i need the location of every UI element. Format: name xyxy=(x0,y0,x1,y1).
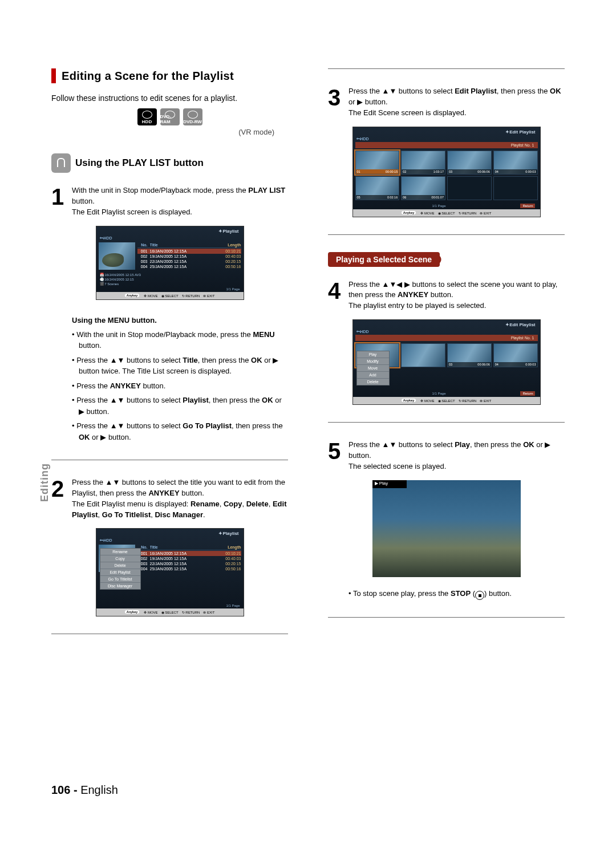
t: 03 xyxy=(449,363,452,366)
menu-item: Disc Manager xyxy=(100,582,140,589)
t: 0:02:16 xyxy=(387,196,398,199)
t: Return xyxy=(520,204,535,208)
t: 00:06:06 xyxy=(477,170,489,173)
t: 16/JAN/2005 12:15A xyxy=(150,551,220,555)
step-number: 4 xyxy=(328,279,348,312)
menu-item: Rename xyxy=(100,549,140,555)
t: , then press the xyxy=(497,87,550,95)
t: OK xyxy=(550,87,561,95)
t: Press the xyxy=(76,382,110,390)
t: SELECT xyxy=(441,399,455,403)
t: RETURN xyxy=(462,399,476,403)
t: Delete xyxy=(246,500,269,508)
t: 25/JAN/2005 12:15A xyxy=(150,567,220,571)
t: Disc Manager xyxy=(155,510,203,519)
t: Press the ▲▼ buttons to select xyxy=(348,87,455,95)
menu-item: Modify xyxy=(357,358,389,364)
t: 004 xyxy=(137,265,148,269)
hdd-icon: HDD xyxy=(137,108,157,125)
t: or ▶ button. xyxy=(348,98,388,106)
t: Return xyxy=(520,391,535,396)
osd-footer: Anykey ✥ MOVE ◉ SELECT ↻ RETURN ⊗ EXIT xyxy=(353,209,540,217)
t: 1/1 Page xyxy=(432,392,445,395)
thumbnail-icon xyxy=(99,242,135,270)
t: , then press the xyxy=(470,440,523,449)
t: button. xyxy=(180,489,204,497)
t: Edit Playlist xyxy=(455,87,497,95)
t: OK xyxy=(79,433,90,441)
media-icon-row: HDD DVD-RAM DVD-RW xyxy=(51,108,288,125)
t: EXIT xyxy=(484,399,491,403)
t: With the unit in Stop mode/Playback mode… xyxy=(76,330,253,339)
osd-title: Playlist xyxy=(222,229,238,234)
t: 19/JAN/2005 12:15A xyxy=(150,254,220,258)
osd-edit-playlist-list: ✦ Playlist ⮪ HDD No.TitleLength 00116/JA… xyxy=(96,226,244,300)
t: Anykey xyxy=(402,399,416,402)
t: No. xyxy=(137,243,148,247)
step-number: 2 xyxy=(51,477,72,520)
t: 1:03:17 xyxy=(433,170,444,173)
t: 00:50:16 xyxy=(222,567,241,571)
t: , then press the xyxy=(232,421,283,430)
red-accent-bar xyxy=(51,68,56,83)
t: 04 xyxy=(495,363,499,366)
t: Anykey xyxy=(125,610,140,614)
t: To stop scene play, press the xyxy=(353,589,451,598)
dvd-rw-icon: DVD-RW xyxy=(183,108,202,125)
t: 00:01:07 xyxy=(432,196,444,199)
menu-item: Move xyxy=(357,364,389,371)
t: or ▶ button. xyxy=(90,433,131,441)
t: 05 xyxy=(357,196,360,199)
t: OK xyxy=(262,396,273,404)
page-lang: English xyxy=(80,784,118,796)
t: The playlist entry to be played is selec… xyxy=(348,301,486,310)
t: MENU xyxy=(253,330,274,339)
intro-text: Follow these instructions to edit scenes… xyxy=(51,94,288,103)
t: Play xyxy=(455,440,470,449)
osd-title: Playlist xyxy=(222,531,238,536)
t: button. xyxy=(428,290,453,299)
t: , xyxy=(98,510,102,519)
side-section-label: Editing xyxy=(39,463,51,502)
t: 00:20:15 xyxy=(222,259,241,263)
section-title-row: Editing a Scene for the Playlist xyxy=(51,68,288,83)
t: Press the ▲▼ buttons to select xyxy=(76,396,183,404)
step-body: Press the ▲▼ buttons to select Play, the… xyxy=(348,440,565,472)
t: RETURN xyxy=(462,212,476,215)
t: EXIT xyxy=(207,611,214,614)
t: HDD xyxy=(104,538,112,542)
t: 03 xyxy=(449,170,452,173)
sub-bar-title: Playing a Selected Scene xyxy=(328,252,440,267)
t: 0:00:03 xyxy=(525,170,536,173)
playback-photo: ▶ Play xyxy=(372,480,521,577)
t: Rename xyxy=(191,500,220,508)
t: 04 xyxy=(495,170,499,173)
t: HDD xyxy=(360,137,369,141)
menu-item: Copy xyxy=(100,555,140,562)
t: , then press the xyxy=(198,356,251,364)
t: Press the ▲▼ buttons to select xyxy=(76,421,183,430)
menu-item: Edit Playlist xyxy=(100,569,140,575)
vr-mode-label: (VR mode) xyxy=(51,128,288,136)
sub-bar: Playing a Selected Scene xyxy=(328,252,565,267)
divider xyxy=(51,460,288,460)
t: ANYKEY xyxy=(110,382,141,390)
menu-heading: Using the MENU button. xyxy=(72,316,288,324)
menu-item: Play xyxy=(357,351,389,358)
osd-title: Edit Playlist xyxy=(509,322,535,327)
t: ANYKEY xyxy=(398,290,428,299)
left-column: Editing a Scene for the Playlist Follow … xyxy=(51,68,288,651)
t: 00:00:15 xyxy=(386,170,398,173)
osd-footer: Anykey ✥ MOVE ◉ SELECT ↻ RETURN ⊗ EXIT xyxy=(96,608,244,616)
subsection-title: Using the PLAY LIST button xyxy=(75,157,204,169)
t: button. xyxy=(79,341,102,350)
t: 00:40:03 xyxy=(222,254,241,258)
t: 0:00:03 xyxy=(525,363,536,366)
t: 16/JAN/2005 12:15A xyxy=(150,249,220,253)
t: 003 xyxy=(137,259,148,263)
subsection-row: Using the PLAY LIST button xyxy=(51,153,288,173)
dvd-ram-icon: DVD-RAM xyxy=(160,108,180,125)
playlist-button-icon xyxy=(51,153,71,173)
osd-table: No.TitleLength 00116/JAN/2005 12:15A00:1… xyxy=(137,545,241,572)
t: 7 Scenes xyxy=(104,282,119,286)
